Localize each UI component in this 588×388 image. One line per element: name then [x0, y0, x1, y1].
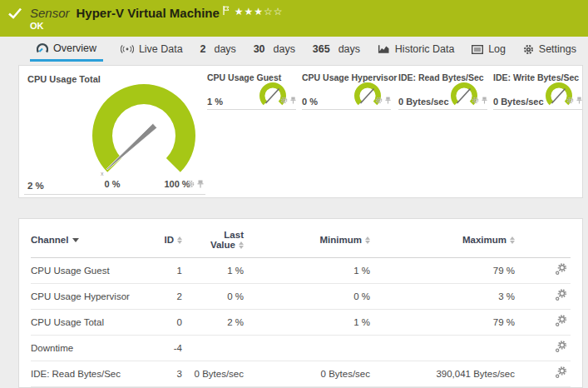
channel-minimum: 1 %: [244, 310, 370, 336]
channel-last-value: 0 %: [182, 284, 244, 310]
tab-label: Overview: [53, 42, 96, 54]
stars-filled: ★★★: [235, 6, 264, 17]
channel-id: 3: [156, 361, 182, 387]
gauge-settings-gear-icon[interactable]: [186, 177, 195, 192]
gauges-panel: CPU Usage Total x 2 % 0 % 100 % CPU Usag…: [18, 65, 583, 198]
channel-name[interactable]: Downtime: [31, 336, 156, 361]
gauge-cpu-usage-guest[interactable]: CPU Usage Guest 1 %: [207, 72, 296, 110]
gauge-pin-icon[interactable]: [385, 92, 391, 107]
column-header-label: Minimum: [320, 235, 362, 245]
tab-365-days[interactable]: 365days: [313, 37, 360, 62]
tab-bar: Overview Live Data 2days 30days 365days …: [0, 37, 588, 62]
column-header-id[interactable]: ID: [156, 219, 182, 258]
status-ok-check-icon: [8, 7, 30, 19]
table-row[interactable]: CPU Usage Total 0 2 % 1 % 79 %: [31, 310, 571, 336]
channel-maximum: 3 %: [370, 284, 515, 310]
tab-label: Log: [488, 43, 506, 55]
tab-30-days[interactable]: 30days: [254, 37, 295, 62]
gauge-scale-min: 0 %: [96, 179, 129, 189]
gauge-ide-write-bytes[interactable]: IDE: Write Bytes/Sec 0 Bytes/sec: [493, 72, 582, 110]
table-row[interactable]: IDE: Read Bytes/Sec 3 0 Bytes/sec 0 Byte…: [31, 361, 571, 387]
tab-log[interactable]: Log: [472, 37, 506, 62]
gauge-ide-read-bytes[interactable]: IDE: Read Bytes/Sec 0 Bytes/sec: [398, 72, 487, 110]
sort-arrows-icon: [510, 236, 515, 244]
channel-settings-gear-icon[interactable]: [555, 263, 567, 276]
table-header-row: Channel ID LastValue Minimum Maximum: [31, 219, 571, 258]
gauge-icon: [37, 42, 48, 53]
tab-label: Live Data: [139, 43, 183, 55]
gauge-current-value: 2 %: [27, 181, 44, 191]
tab-number: 30: [254, 43, 265, 55]
table-row[interactable]: Downtime -4: [31, 336, 571, 361]
column-header-last-value[interactable]: LastValue: [182, 219, 244, 258]
gauge-current-value: 0 Bytes/sec: [398, 97, 449, 107]
priority-stars[interactable]: ★★★☆☆: [235, 6, 284, 17]
column-header-label: Last: [182, 230, 244, 240]
gauge-settings-gear-icon[interactable]: [472, 92, 479, 107]
chart-icon: [378, 44, 390, 54]
channel-name[interactable]: CPU Usage Hypervisor: [31, 284, 156, 310]
channels-panel: Channel ID LastValue Minimum Maximum CPU…: [18, 218, 583, 388]
live-signal-icon: [121, 44, 134, 54]
gauge-current-value: 1 %: [207, 97, 223, 107]
gauge-cpu-usage-hypervisor[interactable]: CPU Usage Hypervisor 0 %: [302, 72, 391, 110]
column-header-label: ID: [165, 235, 175, 245]
gauge-pin-icon[interactable]: [576, 92, 582, 107]
channel-name[interactable]: IDE: Read Bytes/Sec: [31, 361, 156, 387]
object-kind-label: Sensor: [30, 6, 70, 20]
gauge-pin-icon[interactable]: [290, 92, 296, 107]
column-header-label: Maximum: [462, 235, 506, 245]
column-header-minimum[interactable]: Minimum: [244, 219, 370, 258]
channel-maximum: 390,041 Bytes/sec: [370, 361, 515, 387]
sort-caret-icon: [72, 238, 79, 242]
sensor-title: Hyper-V Virtual Machine: [77, 6, 220, 20]
sort-arrows-icon: [239, 241, 244, 249]
log-icon: [472, 45, 483, 54]
tab-live-data[interactable]: Live Data: [121, 37, 183, 62]
channels-table: Channel ID LastValue Minimum Maximum CPU…: [31, 219, 571, 388]
gauge-pin-icon[interactable]: [197, 177, 204, 192]
gauge-settings-gear-icon[interactable]: [566, 92, 574, 107]
gauge-current-value: 0 Bytes/sec: [493, 97, 544, 107]
tab-overview[interactable]: Overview: [30, 37, 103, 62]
tab-historic-data[interactable]: Historic Data: [378, 37, 455, 62]
tab-label: days: [338, 43, 360, 55]
gear-icon: [523, 44, 534, 55]
channel-last-value: 2 %: [182, 310, 244, 336]
channel-maximum: [370, 336, 515, 361]
table-row[interactable]: CPU Usage Guest 1 1 % 1 % 79 %: [31, 258, 571, 284]
sensor-overview-page: Sensor Hyper-V Virtual Machine ★★★☆☆ OK …: [0, 0, 588, 388]
channel-maximum: 79 %: [370, 258, 515, 284]
channel-minimum: 0 Bytes/sec: [244, 361, 370, 387]
gauge-cpu-usage-total[interactable]: CPU Usage Total x 2 % 0 % 100 %: [24, 72, 205, 195]
gauge-settings-gear-icon[interactable]: [280, 92, 288, 107]
gauge-marker: x: [101, 171, 104, 177]
sensor-status-badge: OK: [0, 21, 588, 31]
table-row[interactable]: CPU Usage Hypervisor 2 0 % 0 % 3 %: [31, 284, 571, 310]
channel-name[interactable]: CPU Usage Guest: [31, 258, 156, 284]
channel-id: -4: [156, 336, 182, 361]
channel-id: 2: [156, 284, 182, 310]
column-header-label: Channel: [31, 235, 68, 245]
channel-minimum: 0 %: [244, 284, 370, 310]
stars-empty: ☆☆: [264, 6, 284, 17]
channel-last-value: 0 Bytes/sec: [182, 361, 244, 387]
gauge-settings-gear-icon[interactable]: [375, 92, 383, 107]
priority-flag-icon[interactable]: [223, 6, 230, 15]
channel-settings-gear-icon[interactable]: [555, 289, 567, 301]
channel-name[interactable]: CPU Usage Total: [31, 310, 156, 336]
column-header-maximum[interactable]: Maximum: [370, 219, 515, 258]
column-header-channel[interactable]: Channel: [31, 219, 156, 258]
channel-settings-gear-icon[interactable]: [555, 341, 567, 353]
tab-2-days[interactable]: 2days: [200, 37, 236, 62]
gauge-pin-icon[interactable]: [482, 92, 487, 107]
tab-settings[interactable]: Settings: [523, 37, 576, 62]
tab-label: days: [274, 43, 295, 55]
column-header-label: Value: [210, 240, 235, 250]
channel-settings-gear-icon[interactable]: [555, 366, 567, 379]
tab-number: 365: [313, 43, 330, 55]
channel-settings-gear-icon[interactable]: [555, 315, 567, 327]
gauge-current-value: 0 %: [302, 97, 318, 107]
sort-arrows-icon: [365, 236, 370, 244]
gauge-dial: x: [65, 79, 223, 179]
